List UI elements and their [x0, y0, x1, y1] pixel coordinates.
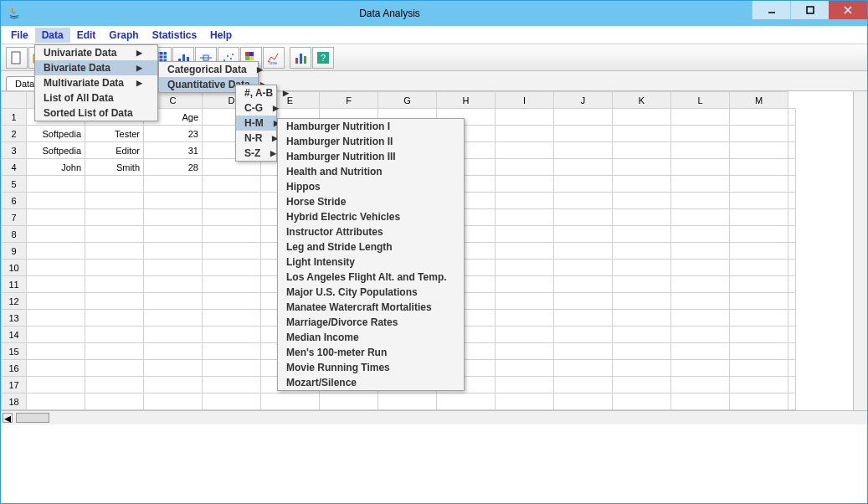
menu-item[interactable]: Instructor Attributes — [278, 224, 464, 239]
cell[interactable] — [85, 310, 144, 327]
cell[interactable] — [613, 276, 671, 293]
row-header[interactable]: 7 — [2, 209, 27, 226]
cell[interactable] — [144, 226, 203, 243]
cell[interactable] — [554, 327, 613, 343]
cell[interactable] — [144, 327, 203, 343]
cell[interactable] — [496, 343, 554, 360]
cell[interactable] — [85, 327, 144, 343]
menu-item[interactable]: Hybrid Electric Vehicles — [278, 209, 464, 224]
cell[interactable] — [27, 343, 85, 360]
cell[interactable] — [27, 193, 85, 209]
cell[interactable] — [496, 176, 554, 193]
cell[interactable] — [437, 393, 496, 410]
cell[interactable]: Softpedia — [27, 126, 85, 142]
timeseries-icon[interactable]: Time — [263, 47, 285, 69]
cell[interactable] — [788, 226, 796, 243]
menu-file[interactable]: File — [4, 28, 35, 43]
menu-item[interactable]: Hamburger Nutrition III — [278, 149, 464, 164]
cell[interactable] — [27, 276, 85, 293]
cell[interactable] — [203, 243, 261, 260]
cell[interactable] — [496, 293, 554, 310]
cell[interactable] — [730, 209, 788, 226]
cell[interactable] — [671, 360, 730, 377]
cell[interactable] — [144, 243, 203, 260]
cell[interactable] — [85, 193, 144, 209]
cell[interactable] — [730, 109, 788, 126]
menu-statistics[interactable]: Statistics — [146, 28, 203, 43]
cell[interactable] — [613, 293, 671, 310]
cell[interactable] — [496, 360, 554, 377]
column-header[interactable]: G — [378, 92, 437, 109]
menu-graph[interactable]: Graph — [102, 28, 145, 43]
row-header[interactable]: 9 — [2, 243, 27, 260]
cell[interactable] — [554, 109, 613, 126]
cell[interactable] — [496, 377, 554, 393]
cell[interactable] — [144, 276, 203, 293]
menu-item[interactable]: List of All Data — [35, 90, 157, 105]
cell[interactable] — [788, 343, 796, 360]
cell[interactable] — [671, 243, 730, 260]
cell[interactable] — [203, 276, 261, 293]
cell[interactable] — [613, 360, 671, 377]
menu-item[interactable]: Hamburger Nutrition II — [278, 134, 464, 149]
cell[interactable] — [496, 109, 554, 126]
column-header[interactable]: K — [613, 92, 671, 109]
cell[interactable] — [613, 126, 671, 142]
menu-item[interactable]: Movie Running Times — [278, 360, 464, 375]
cell[interactable] — [554, 126, 613, 142]
column-header[interactable]: M — [730, 92, 788, 109]
cell[interactable]: Tester — [85, 126, 144, 142]
cell[interactable] — [788, 126, 796, 142]
cell[interactable] — [730, 293, 788, 310]
menu-item[interactable]: Horse Stride — [278, 194, 464, 209]
cell[interactable] — [203, 176, 261, 193]
cell[interactable] — [730, 276, 788, 293]
cell[interactable] — [671, 209, 730, 226]
cell[interactable] — [613, 393, 671, 410]
cell[interactable] — [203, 226, 261, 243]
cell[interactable] — [554, 377, 613, 393]
menu-item[interactable]: Los Angeles Flight Alt. and Temp. — [278, 270, 464, 285]
cell[interactable] — [788, 193, 796, 209]
row-header[interactable]: 10 — [2, 260, 27, 276]
cell[interactable] — [144, 377, 203, 393]
cell[interactable] — [730, 343, 788, 360]
row-header[interactable]: 6 — [2, 193, 27, 209]
cell[interactable] — [144, 176, 203, 193]
menu-item[interactable]: Median Income — [278, 330, 464, 345]
cell[interactable] — [144, 193, 203, 209]
cell[interactable] — [730, 159, 788, 176]
cell[interactable] — [203, 209, 261, 226]
cell[interactable] — [613, 243, 671, 260]
row-header[interactable]: 12 — [2, 293, 27, 310]
cell[interactable] — [85, 343, 144, 360]
cell[interactable] — [613, 109, 671, 126]
cell[interactable] — [496, 142, 554, 159]
cell[interactable] — [730, 327, 788, 343]
menu-item[interactable]: Categorical Data▶ — [159, 62, 258, 77]
cell[interactable] — [788, 276, 796, 293]
output-pane[interactable] — [3, 418, 865, 501]
row-header[interactable]: 13 — [2, 310, 27, 327]
menu-item[interactable]: Major U.S. City Populations — [278, 285, 464, 300]
cell[interactable] — [613, 159, 671, 176]
cell[interactable] — [320, 393, 378, 410]
menu-item[interactable]: Univariate Data▶ — [35, 45, 157, 60]
cell[interactable] — [788, 243, 796, 260]
cell[interactable] — [554, 243, 613, 260]
cell[interactable]: Editor — [85, 142, 144, 159]
cell[interactable]: Softpedia — [27, 142, 85, 159]
cell[interactable] — [27, 176, 85, 193]
cell[interactable] — [27, 327, 85, 343]
row-header[interactable]: 1 — [2, 109, 27, 126]
cell[interactable] — [788, 393, 796, 410]
cell[interactable] — [730, 126, 788, 142]
help-icon[interactable]: ? — [312, 47, 334, 69]
cell[interactable] — [788, 310, 796, 327]
cell[interactable] — [788, 360, 796, 377]
cell[interactable] — [613, 377, 671, 393]
cell[interactable] — [671, 193, 730, 209]
cell[interactable] — [496, 126, 554, 142]
cell[interactable] — [613, 209, 671, 226]
cell[interactable] — [85, 393, 144, 410]
